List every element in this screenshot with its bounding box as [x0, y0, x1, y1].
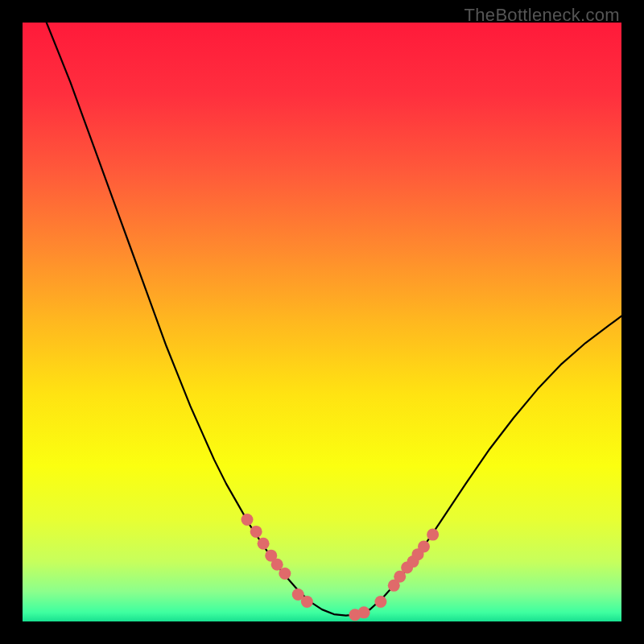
- marker-dot: [242, 514, 254, 526]
- plot-area: [23, 23, 621, 621]
- marker-group: [242, 514, 440, 621]
- marker-dot: [374, 596, 386, 608]
- marker-dot: [250, 526, 262, 538]
- marker-dot: [258, 538, 270, 550]
- marker-dot: [279, 568, 291, 580]
- marker-dot: [418, 541, 430, 553]
- marker-dot: [427, 529, 439, 541]
- bottleneck-curve: [47, 23, 621, 616]
- marker-dot: [301, 596, 313, 608]
- curve-layer: [23, 23, 621, 621]
- chart-frame: TheBottleneck.com: [0, 0, 644, 644]
- marker-dot: [358, 606, 370, 618]
